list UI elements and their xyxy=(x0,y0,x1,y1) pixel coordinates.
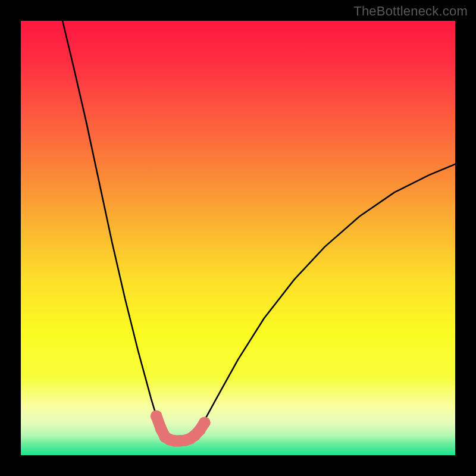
trough-marker-dot xyxy=(199,416,211,428)
chart-stage: TheBottleneck.com xyxy=(0,0,476,476)
plot-area xyxy=(21,21,455,455)
bottleneck-curve xyxy=(62,21,455,441)
trough-marker-dot xyxy=(151,410,162,422)
curve-layer xyxy=(21,21,455,455)
watermark-text: TheBottleneck.com xyxy=(353,4,468,19)
trough-markers xyxy=(151,410,211,446)
